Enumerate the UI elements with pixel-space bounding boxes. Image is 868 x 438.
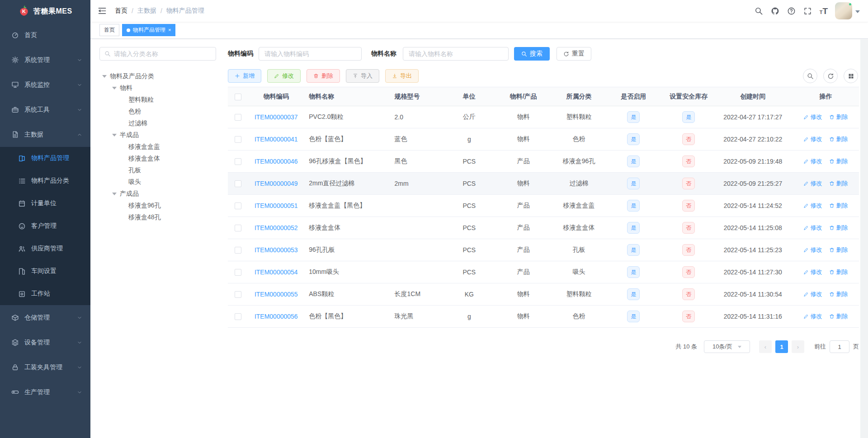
row-edit-link[interactable]: 修改 xyxy=(803,113,822,121)
prev-page-button[interactable]: ‹ xyxy=(759,340,772,353)
row-delete-link[interactable]: 删除 xyxy=(829,246,848,254)
avatar-caret-down-icon[interactable] xyxy=(855,10,860,15)
row-delete-link[interactable]: 删除 xyxy=(829,312,848,320)
tree-node[interactable]: 物料及产品分类 xyxy=(99,71,216,82)
item-code-link[interactable]: ITEM00000037 xyxy=(255,113,298,121)
row-checkbox[interactable] xyxy=(235,136,241,143)
table-row[interactable]: ITEM00000056 色粉【黑色】 珠光黑 g 物料 色粉 是 否 2022… xyxy=(228,306,859,328)
table-row[interactable]: ITEM00000055 ABS颗粒 长度1CM KG 物料 塑料颗粒 是 否 … xyxy=(228,283,859,306)
tree-node[interactable]: 过滤棉 xyxy=(99,118,216,129)
font-size-icon[interactable]: TT xyxy=(820,7,828,15)
row-edit-link[interactable]: 修改 xyxy=(803,312,822,320)
tree-node[interactable]: 塑料颗粒 xyxy=(99,94,216,106)
row-edit-link[interactable]: 修改 xyxy=(803,157,822,165)
item-code-link[interactable]: ITEM00000049 xyxy=(255,180,298,187)
sidebar-item-system-tools[interactable]: 系统工具 xyxy=(0,97,90,122)
table-row[interactable]: ITEM00000041 色粉【蓝色】 蓝色 g 物料 色粉 是 否 2022-… xyxy=(228,128,859,151)
tree-node[interactable]: 移液盒48孔 xyxy=(99,212,216,223)
row-edit-link[interactable]: 修改 xyxy=(803,290,822,298)
row-checkbox[interactable] xyxy=(235,114,241,121)
row-checkbox[interactable] xyxy=(235,247,241,254)
row-edit-link[interactable]: 修改 xyxy=(803,135,822,143)
item-code-link[interactable]: ITEM00000055 xyxy=(255,291,298,298)
edit-button[interactable]: 修改 xyxy=(267,69,301,83)
caret-down-icon[interactable] xyxy=(112,87,117,92)
fullscreen-icon[interactable] xyxy=(803,7,812,15)
sidebar-item-material-product-category[interactable]: 物料产品分类 xyxy=(0,170,90,192)
sidebar-item-supplier-mgmt[interactable]: 供应商管理 xyxy=(0,237,90,260)
row-delete-link[interactable]: 删除 xyxy=(829,135,848,143)
table-row[interactable]: ITEM00000046 96孔移液盒【黑色】 黑色 PCS 产品 移液盒96孔… xyxy=(228,151,859,173)
caret-down-icon[interactable] xyxy=(112,134,117,139)
reset-button[interactable]: 重置 xyxy=(557,47,591,61)
row-delete-link[interactable]: 删除 xyxy=(829,290,848,298)
goto-page-input[interactable] xyxy=(830,340,849,353)
search-button[interactable]: 搜索 xyxy=(514,47,550,61)
row-checkbox[interactable] xyxy=(235,291,241,298)
row-checkbox[interactable] xyxy=(235,203,241,209)
page-size-select[interactable]: 10条/页 xyxy=(704,340,750,353)
category-search-input[interactable] xyxy=(114,50,211,57)
item-code-link[interactable]: ITEM00000054 xyxy=(255,268,298,276)
row-delete-link[interactable]: 删除 xyxy=(829,157,848,165)
user-avatar[interactable] xyxy=(835,2,852,19)
export-button[interactable]: 导出 xyxy=(385,69,419,83)
tree-node[interactable]: 半成品 xyxy=(99,129,216,141)
sidebar-item-production-mgmt[interactable]: 生产管理 xyxy=(0,380,90,405)
row-checkbox[interactable] xyxy=(235,180,241,187)
table-row[interactable]: ITEM00000054 10mm吸头 PCS 产品 吸头 是 否 2022-0… xyxy=(228,261,859,283)
item-code-link[interactable]: ITEM00000052 xyxy=(255,224,298,231)
tab-material-product-mgmt[interactable]: 物料产品管理 × xyxy=(122,24,175,36)
item-code-link[interactable]: ITEM00000056 xyxy=(255,313,298,320)
material-code-input[interactable] xyxy=(259,47,362,61)
refresh-table-button[interactable] xyxy=(823,69,838,83)
github-icon[interactable] xyxy=(771,7,779,15)
sidebar-item-master-data[interactable]: 主数据 xyxy=(0,122,90,147)
hamburger-collapse-icon[interactable] xyxy=(98,6,107,15)
delete-button[interactable]: 删除 xyxy=(307,69,340,83)
sidebar-item-workshop-settings[interactable]: 车间设置 xyxy=(0,260,90,283)
select-all-checkbox[interactable] xyxy=(235,94,241,100)
table-row[interactable]: ITEM00000051 移液盒盒盖【黑色】 PCS 产品 移液盒盒盖 是 否 … xyxy=(228,195,859,217)
row-delete-link[interactable]: 删除 xyxy=(829,268,848,276)
caret-down-icon[interactable] xyxy=(112,193,117,198)
search-icon[interactable] xyxy=(755,7,763,15)
sidebar-item-fixture-mgmt[interactable]: 工装夹具管理 xyxy=(0,355,90,380)
row-delete-link[interactable]: 删除 xyxy=(829,202,848,210)
tree-node[interactable]: 孔板 xyxy=(99,165,216,176)
toggle-search-button[interactable] xyxy=(803,69,817,83)
sidebar-item-customer-mgmt[interactable]: 客户管理 xyxy=(0,215,90,237)
next-page-button[interactable]: › xyxy=(792,340,804,353)
row-checkbox[interactable] xyxy=(235,158,241,165)
row-checkbox[interactable] xyxy=(235,269,241,276)
tree-node[interactable]: 移液盒盒体 xyxy=(99,153,216,165)
tab-close-icon[interactable]: × xyxy=(168,28,171,33)
row-delete-link[interactable]: 删除 xyxy=(829,179,848,188)
tree-node[interactable]: 吸头 xyxy=(99,176,216,188)
row-delete-link[interactable]: 删除 xyxy=(829,224,848,232)
tree-node[interactable]: 色粉 xyxy=(99,106,216,118)
sidebar-item-equipment-mgmt[interactable]: 设备管理 xyxy=(0,330,90,355)
sidebar-item-system-admin[interactable]: 系统管理 xyxy=(0,47,90,72)
item-code-link[interactable]: ITEM00000041 xyxy=(255,136,298,143)
row-edit-link[interactable]: 修改 xyxy=(803,179,822,188)
column-settings-button[interactable] xyxy=(844,69,858,83)
row-edit-link[interactable]: 修改 xyxy=(803,224,822,232)
caret-down-icon[interactable] xyxy=(102,75,107,80)
app-logo[interactable]: K 苦糖果MES xyxy=(0,0,90,23)
row-edit-link[interactable]: 修改 xyxy=(803,246,822,254)
row-edit-link[interactable]: 修改 xyxy=(803,202,822,210)
sidebar-item-home[interactable]: 首页 xyxy=(0,23,90,47)
page-number-1[interactable]: 1 xyxy=(775,340,788,353)
breadcrumb-section[interactable]: 主数据 xyxy=(137,7,156,15)
tab-home[interactable]: 首页 xyxy=(99,24,119,36)
sidebar-item-workstation[interactable]: 工作站 xyxy=(0,283,90,305)
help-icon[interactable] xyxy=(787,7,796,15)
row-delete-link[interactable]: 删除 xyxy=(829,113,848,121)
table-row[interactable]: ITEM00000049 2mm直径过滤棉 2mm PCS 物料 过滤棉 是 否… xyxy=(228,173,859,195)
item-code-link[interactable]: ITEM00000046 xyxy=(255,158,298,165)
material-name-input[interactable] xyxy=(403,47,509,61)
tree-node[interactable]: 产成品 xyxy=(99,188,216,200)
add-button[interactable]: 新增 xyxy=(228,69,261,83)
item-code-link[interactable]: ITEM00000051 xyxy=(255,202,298,209)
